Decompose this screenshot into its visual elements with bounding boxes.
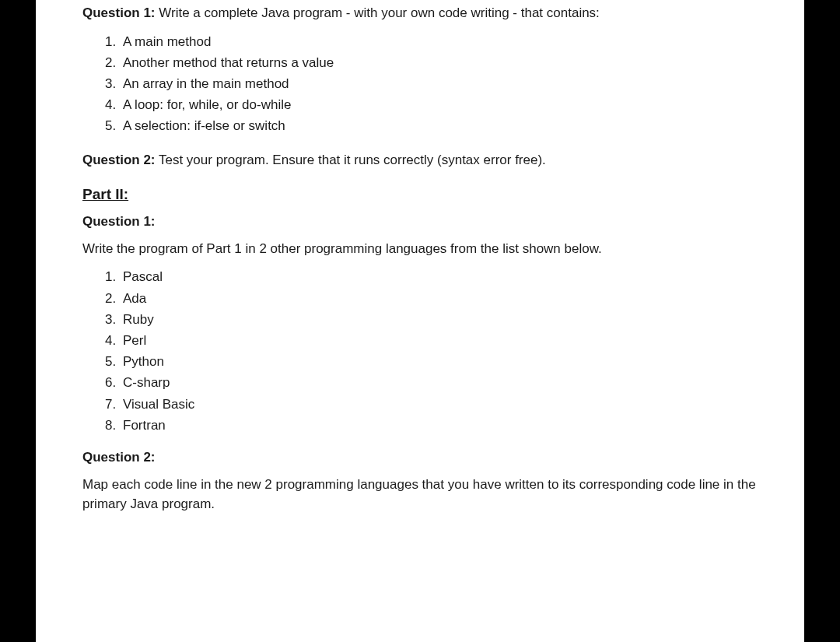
list-item: Ruby (120, 309, 758, 330)
question-2-label: Question 2: (82, 153, 156, 167)
list-item: A main method (120, 31, 758, 52)
list-item: Pascal (120, 266, 758, 287)
list-item: Perl (120, 330, 758, 351)
question-2-text: Test your program. Ensure that it runs c… (156, 153, 546, 167)
list-item: A selection: if-else or switch (120, 115, 758, 136)
p2-question-1-text: Write the program of Part 1 in 2 other p… (82, 239, 758, 259)
part-2-header: Part II: (82, 186, 758, 203)
list-item: An array in the main method (120, 73, 758, 94)
list-item: Ada (120, 288, 758, 309)
p2-question-1-label: Question 1: (82, 214, 758, 230)
list-item: C-sharp (120, 372, 758, 393)
question-1-list: A main method Another method that return… (82, 31, 758, 137)
list-item: Visual Basic (120, 394, 758, 415)
question-1-label: Question 1: (82, 5, 156, 20)
list-item: Another method that returns a value (120, 52, 758, 73)
document-page: Question 1: Write a complete Java progra… (36, 0, 804, 642)
question-1-text: Write a complete Java program - with you… (156, 5, 600, 20)
p2-question-2-label: Question 2: (82, 450, 758, 465)
list-item: Python (120, 351, 758, 372)
list-item: A loop: for, while, or do-while (120, 94, 758, 115)
p2-question-2-text: Map each code line in the new 2 programm… (82, 475, 758, 514)
question-1-part1: Question 1: Write a complete Java progra… (82, 3, 758, 23)
p2-question-1-list: Pascal Ada Ruby Perl Python C-sharp Visu… (82, 266, 758, 436)
list-item: Fortran (120, 415, 758, 436)
question-2-part1: Question 2: Test your program. Ensure th… (82, 150, 758, 170)
